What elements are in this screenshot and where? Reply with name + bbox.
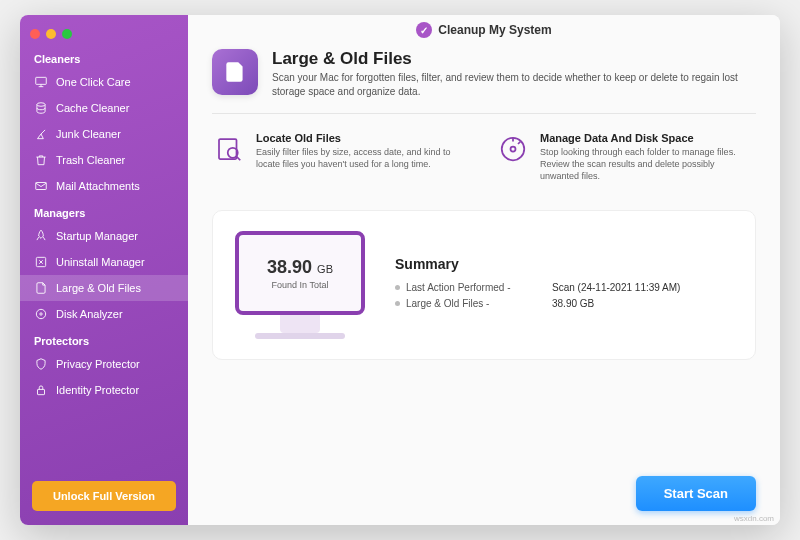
titlebar: ✓ Cleanup My System bbox=[188, 15, 780, 45]
feature-manage: Manage Data And Disk Space Stop looking … bbox=[496, 132, 756, 182]
sidebar-item-label: Mail Attachments bbox=[56, 180, 140, 192]
summary-row: Large & Old Files - 38.90 GB bbox=[395, 298, 680, 309]
main-content: ✓ Cleanup My System Large & Old Files Sc… bbox=[188, 15, 780, 525]
sidebar-item-privacy-protector[interactable]: Privacy Protector bbox=[20, 351, 188, 377]
feature-locate: Locate Old Files Easily filter files by … bbox=[212, 132, 472, 182]
svg-point-5 bbox=[40, 313, 42, 315]
window-controls bbox=[20, 23, 188, 45]
lock-icon bbox=[34, 383, 48, 397]
app-title: Cleanup My System bbox=[438, 23, 551, 37]
disk-icon bbox=[34, 307, 48, 321]
feature-desc: Stop looking through each folder to mana… bbox=[540, 146, 756, 182]
feature-title: Manage Data And Disk Space bbox=[540, 132, 756, 144]
sidebar-item-label: Identity Protector bbox=[56, 384, 139, 396]
monitor-icon bbox=[34, 75, 48, 89]
bullet-icon bbox=[395, 301, 400, 306]
sidebar-item-cache-cleaner[interactable]: Cache Cleaner bbox=[20, 95, 188, 121]
summary-row-label: Last Action Performed - bbox=[406, 282, 546, 293]
sidebar-item-label: Junk Cleaner bbox=[56, 128, 121, 140]
app-logo-icon: ✓ bbox=[416, 22, 432, 38]
summary-card: 38.90 GB Found In Total Summary Last Act… bbox=[212, 210, 756, 360]
feature-title: Locate Old Files bbox=[256, 132, 472, 144]
summary-row: Last Action Performed - Scan (24-11-2021… bbox=[395, 282, 680, 293]
sidebar: Cleaners One Click Care Cache Cleaner Ju… bbox=[20, 15, 188, 525]
sidebar-item-uninstall-manager[interactable]: Uninstall Manager bbox=[20, 249, 188, 275]
mail-icon bbox=[34, 179, 48, 193]
svg-rect-0 bbox=[36, 77, 47, 84]
summary-title: Summary bbox=[395, 256, 680, 272]
found-total-caption: Found In Total bbox=[272, 280, 329, 290]
app-window: Cleaners One Click Care Cache Cleaner Ju… bbox=[20, 15, 780, 525]
feature-row: Locate Old Files Easily filter files by … bbox=[188, 114, 780, 204]
monitor-graphic: 38.90 GB Found In Total bbox=[235, 231, 365, 339]
sidebar-item-mail-attachments[interactable]: Mail Attachments bbox=[20, 173, 188, 199]
feature-desc: Easily filter files by size, access date… bbox=[256, 146, 472, 170]
sidebar-item-one-click-care[interactable]: One Click Care bbox=[20, 69, 188, 95]
svg-rect-2 bbox=[36, 183, 47, 190]
box-x-icon bbox=[34, 255, 48, 269]
found-total-value: 38.90 GB bbox=[267, 257, 333, 278]
section-protectors-label: Protectors bbox=[20, 327, 188, 351]
minimize-button[interactable] bbox=[46, 29, 56, 39]
summary-row-label: Large & Old Files - bbox=[406, 298, 546, 309]
svg-point-10 bbox=[511, 147, 516, 152]
shield-icon bbox=[34, 357, 48, 371]
summary-row-value: Scan (24-11-2021 11:39 AM) bbox=[552, 282, 680, 293]
sidebar-item-label: Startup Manager bbox=[56, 230, 138, 242]
bullet-icon bbox=[395, 285, 400, 290]
page-title: Large & Old Files bbox=[272, 49, 756, 69]
sidebar-item-label: Privacy Protector bbox=[56, 358, 140, 370]
svg-point-1 bbox=[37, 103, 45, 107]
stack-icon bbox=[34, 101, 48, 115]
section-cleaners-label: Cleaners bbox=[20, 45, 188, 69]
sidebar-item-startup-manager[interactable]: Startup Manager bbox=[20, 223, 188, 249]
trash-icon bbox=[34, 153, 48, 167]
svg-rect-6 bbox=[38, 389, 45, 394]
sidebar-item-label: Trash Cleaner bbox=[56, 154, 125, 166]
large-files-header-icon bbox=[212, 49, 258, 95]
maximize-button[interactable] bbox=[62, 29, 72, 39]
summary-row-value: 38.90 GB bbox=[552, 298, 594, 309]
sidebar-item-trash-cleaner[interactable]: Trash Cleaner bbox=[20, 147, 188, 173]
svg-rect-7 bbox=[219, 139, 237, 159]
section-managers-label: Managers bbox=[20, 199, 188, 223]
close-button[interactable] bbox=[30, 29, 40, 39]
search-file-icon bbox=[212, 132, 246, 166]
sidebar-item-label: Cache Cleaner bbox=[56, 102, 129, 114]
svg-point-4 bbox=[36, 309, 45, 318]
sidebar-item-disk-analyzer[interactable]: Disk Analyzer bbox=[20, 301, 188, 327]
unlock-full-version-button[interactable]: Unlock Full Version bbox=[32, 481, 176, 511]
sidebar-item-label: Uninstall Manager bbox=[56, 256, 145, 268]
sidebar-item-label: One Click Care bbox=[56, 76, 131, 88]
sidebar-item-junk-cleaner[interactable]: Junk Cleaner bbox=[20, 121, 188, 147]
hdd-icon bbox=[496, 132, 530, 166]
page-description: Scan your Mac for forgotten files, filte… bbox=[272, 71, 756, 99]
sidebar-item-label: Disk Analyzer bbox=[56, 308, 123, 320]
broom-icon bbox=[34, 127, 48, 141]
sidebar-item-label: Large & Old Files bbox=[56, 282, 141, 294]
sidebar-item-identity-protector[interactable]: Identity Protector bbox=[20, 377, 188, 403]
page-header: Large & Old Files Scan your Mac for forg… bbox=[188, 45, 780, 113]
files-icon bbox=[34, 281, 48, 295]
start-scan-button[interactable]: Start Scan bbox=[636, 476, 756, 511]
rocket-icon bbox=[34, 229, 48, 243]
watermark: wsxdn.com bbox=[734, 514, 774, 523]
sidebar-item-large-old-files[interactable]: Large & Old Files bbox=[20, 275, 188, 301]
